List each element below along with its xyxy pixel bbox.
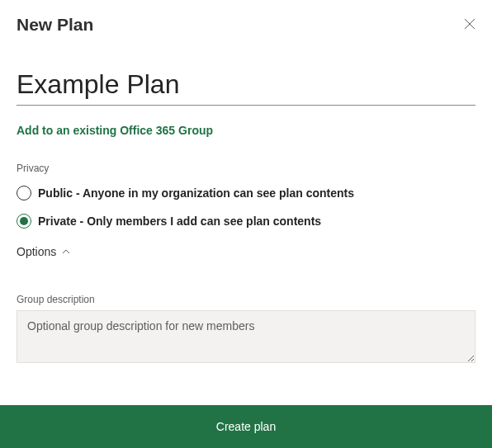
- group-description-label: Group description: [17, 294, 475, 305]
- close-button[interactable]: [461, 15, 479, 33]
- privacy-public-label: Public - Anyone in my organization can s…: [38, 186, 354, 200]
- panel-footer: Create plan: [0, 405, 492, 448]
- privacy-option-private[interactable]: Private - Only members I add can see pla…: [17, 214, 475, 229]
- panel-header: New Plan: [0, 0, 492, 35]
- chevron-up-icon: [61, 247, 71, 257]
- options-toggle[interactable]: Options: [17, 245, 71, 258]
- privacy-private-label: Private - Only members I add can see pla…: [38, 215, 321, 228]
- panel-title: New Plan: [17, 15, 93, 35]
- add-existing-group-link[interactable]: Add to an existing Office 365 Group: [17, 124, 213, 137]
- new-plan-panel: New Plan Add to an existing Office 365 G…: [0, 0, 492, 448]
- privacy-radio-group: Public - Anyone in my organization can s…: [17, 186, 475, 229]
- panel-content: Add to an existing Office 365 Group Priv…: [0, 69, 492, 366]
- plan-name-input[interactable]: [17, 69, 475, 100]
- privacy-option-public[interactable]: Public - Anyone in my organization can s…: [17, 186, 475, 200]
- privacy-label: Privacy: [17, 163, 475, 174]
- group-description-textarea[interactable]: [17, 310, 475, 363]
- plan-name-field-wrap: [17, 69, 475, 106]
- close-icon: [464, 18, 475, 30]
- radio-icon: [17, 186, 31, 200]
- options-toggle-label: Options: [17, 245, 56, 258]
- radio-icon: [17, 214, 31, 229]
- create-plan-button[interactable]: Create plan: [0, 405, 492, 448]
